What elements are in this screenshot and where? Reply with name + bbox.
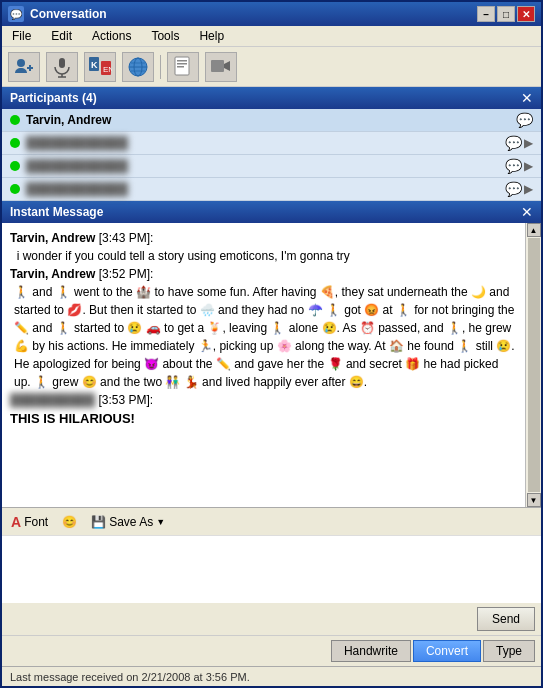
emoji-car: 🚗: [146, 321, 161, 335]
scroll-down-arrow[interactable]: ▼: [527, 493, 541, 507]
emoji-flower: 🌸: [277, 339, 292, 353]
add-contact-button[interactable]: [8, 52, 40, 82]
participant-name-3: ████████████: [26, 159, 501, 173]
participants-title: Participants (4): [10, 91, 97, 105]
menu-file[interactable]: File: [8, 28, 35, 44]
menu-help[interactable]: Help: [195, 28, 228, 44]
svg-rect-19: [211, 60, 224, 72]
svg-marker-20: [224, 61, 230, 71]
emoji-sad: 😢: [322, 321, 337, 335]
emoji-cry2: 😢: [496, 339, 511, 353]
emoji-heart: 😄: [349, 375, 364, 389]
emoji-moon: 🌙: [471, 285, 486, 299]
main-window: 💬 Conversation – □ ✕ File Edit Actions T…: [0, 0, 543, 688]
emoji-angry: 😡: [364, 303, 379, 317]
chat-icon-1: 💬: [516, 112, 533, 128]
message-input[interactable]: [2, 535, 541, 603]
menu-tools[interactable]: Tools: [147, 28, 183, 44]
expand-arrow-3[interactable]: ▶: [524, 159, 533, 173]
convert-button[interactable]: Convert: [413, 640, 481, 662]
type-button[interactable]: Type: [483, 640, 535, 662]
translate-button[interactable]: K EN: [84, 52, 116, 82]
window-title: Conversation: [30, 7, 107, 21]
emoji-man7: 🚶: [447, 321, 462, 335]
emoji-clock: ⏰: [360, 321, 375, 335]
participant-row-1: Tarvin, Andrew 💬: [2, 109, 541, 132]
emoji-house: 🏠: [389, 339, 404, 353]
time-1: [3:43 PM]:: [99, 231, 154, 245]
participants-header: Participants (4) ✕: [2, 87, 541, 109]
emoji-man4: 🚶: [396, 303, 411, 317]
title-bar-controls: – □ ✕: [477, 6, 535, 22]
save-icon: 💾: [91, 515, 106, 529]
maximize-button[interactable]: □: [497, 6, 515, 22]
emoji-devil: 😈: [144, 357, 159, 371]
font-button[interactable]: A Font: [8, 513, 51, 531]
emoji-kiss: 💋: [67, 303, 82, 317]
save-as-button[interactable]: 💾 Save As ▼: [88, 514, 168, 530]
font-label: Font: [24, 515, 48, 529]
participant-name-2: ████████████: [26, 136, 501, 150]
page-button[interactable]: [167, 52, 199, 82]
im-collapse-icon[interactable]: ✕: [521, 204, 533, 220]
scroll-thumb[interactable]: [528, 238, 540, 492]
input-bottom: Send: [2, 603, 541, 635]
scroll-up-arrow[interactable]: ▲: [527, 223, 541, 237]
chat-icon-2: 💬: [505, 135, 522, 151]
save-label: Save As: [109, 515, 153, 529]
emoji-castle: 🏰: [136, 285, 151, 299]
message-1: Tarvin, Andrew [3:43 PM]:: [10, 229, 517, 247]
participant-row-2: ████████████ 💬 ▶: [2, 132, 541, 155]
message-2-text: 🚶 and 🚶 went to the 🏰 to have some fun. …: [10, 283, 517, 391]
video-button[interactable]: [205, 52, 237, 82]
expand-arrow-2[interactable]: ▶: [524, 136, 533, 150]
emoji-man5: 🚶: [56, 321, 71, 335]
message-3-header: ██████████ [3:53 PM]:: [10, 391, 517, 409]
minimize-button[interactable]: –: [477, 6, 495, 22]
chat-with-scroll: Tarvin, Andrew [3:43 PM]: i wonder if yo…: [2, 223, 541, 507]
menu-bar: File Edit Actions Tools Help: [2, 26, 541, 47]
emoji-umbrella: ☂️: [308, 303, 323, 317]
emoji-man8: 🚶: [457, 339, 472, 353]
message-3-text: THIS IS HILARIOUS!: [10, 409, 517, 429]
participants-collapse-icon[interactable]: ✕: [521, 90, 533, 106]
send-button[interactable]: Send: [477, 607, 535, 631]
menu-actions[interactable]: Actions: [88, 28, 135, 44]
chat-section: Tarvin, Andrew [3:43 PM]: i wonder if yo…: [2, 223, 541, 666]
status-dot-2: [10, 138, 20, 148]
message-1-text: i wonder if you could tell a story using…: [10, 247, 517, 265]
app-icon: 💬: [8, 6, 24, 22]
participant-name-1: Tarvin, Andrew: [26, 113, 512, 127]
emoji-cry: 😢: [127, 321, 142, 335]
status-text: Last message received on 2/21/2008 at 3:…: [10, 671, 250, 683]
emoji-man6: 🚶: [270, 321, 285, 335]
svg-text:K: K: [91, 60, 98, 70]
instant-message-title: Instant Message: [10, 205, 103, 219]
toolbar-sep-1: [160, 55, 161, 79]
status-bar: Last message received on 2/21/2008 at 3:…: [2, 666, 541, 686]
menu-edit[interactable]: Edit: [47, 28, 76, 44]
handwrite-button[interactable]: Handwrite: [331, 640, 411, 662]
svg-rect-17: [177, 63, 187, 65]
chat-icon-3: 💬: [505, 158, 522, 174]
toolbar: K EN: [2, 47, 541, 87]
expand-arrow-4[interactable]: ▶: [524, 182, 533, 196]
participant-name-4: ████████████: [26, 182, 501, 196]
blurred-sender: ██████████: [10, 391, 95, 409]
emoji-cocktail: 🍹: [207, 321, 222, 335]
sender-2: Tarvin, Andrew: [10, 267, 95, 281]
chat-messages[interactable]: Tarvin, Andrew [3:43 PM]: i wonder if yo…: [2, 223, 525, 507]
emoji-man2: 🚶: [56, 285, 71, 299]
globe-button[interactable]: [122, 52, 154, 82]
close-button[interactable]: ✕: [517, 6, 535, 22]
emoji-man9: 🚶: [34, 375, 49, 389]
chat-scrollbar[interactable]: ▲ ▼: [525, 223, 541, 507]
voice-button[interactable]: [46, 52, 78, 82]
emoji-couple: 👫: [165, 375, 180, 389]
participant-row-4: ████████████ 💬 ▶: [2, 178, 541, 201]
font-icon: A: [11, 514, 21, 530]
emoji-pizza: 🍕: [320, 285, 335, 299]
emoji-button[interactable]: 😊: [59, 514, 80, 530]
status-dot-4: [10, 184, 20, 194]
svg-text:EN: EN: [103, 65, 112, 74]
